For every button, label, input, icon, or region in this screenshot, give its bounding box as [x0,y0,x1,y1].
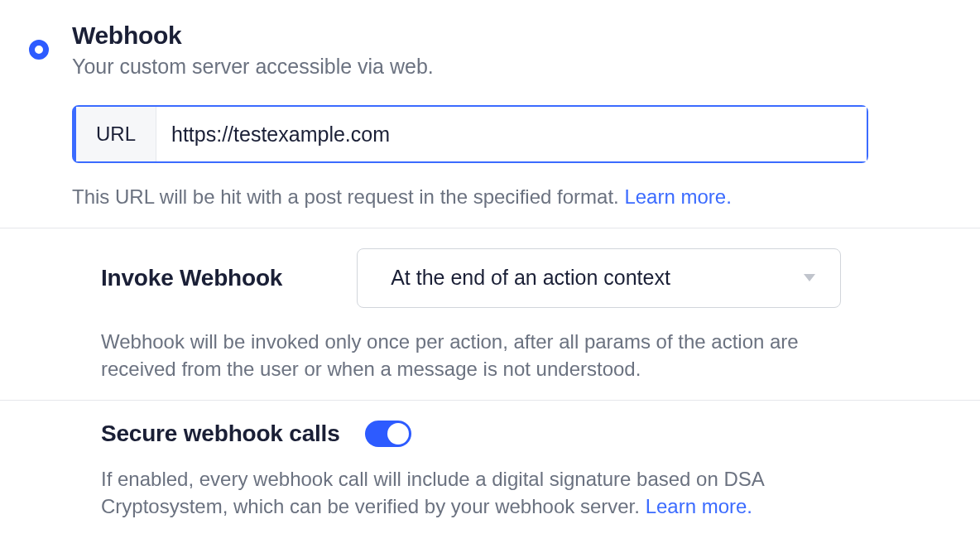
chevron-down-icon [804,274,815,281]
invoke-title: Invoke Webhook [101,265,282,291]
webhook-title: Webhook [72,17,868,50]
webhook-radio[interactable] [29,40,49,60]
invoke-select[interactable]: At the end of an action context [357,248,841,308]
secure-helper: If enabled, every webhook call will incl… [101,465,868,521]
secure-title: Secure webhook calls [101,421,340,447]
url-prefix-label: URL [76,107,156,161]
invoke-select-value: At the end of an action context [391,266,670,290]
secure-toggle[interactable] [365,421,411,447]
url-helper: This URL will be hit with a post request… [72,183,868,211]
webhook-subtitle: Your custom server accessible via web. [72,55,868,79]
url-field[interactable]: URL [72,105,868,163]
invoke-helper: Webhook will be invoked only once per ac… [101,328,868,383]
secure-learn-more-link[interactable]: Learn more. [646,495,752,517]
url-learn-more-link[interactable]: Learn more. [624,185,731,208]
toggle-knob [387,423,409,445]
url-helper-text: This URL will be hit with a post request… [72,185,624,208]
url-input[interactable] [156,107,867,161]
